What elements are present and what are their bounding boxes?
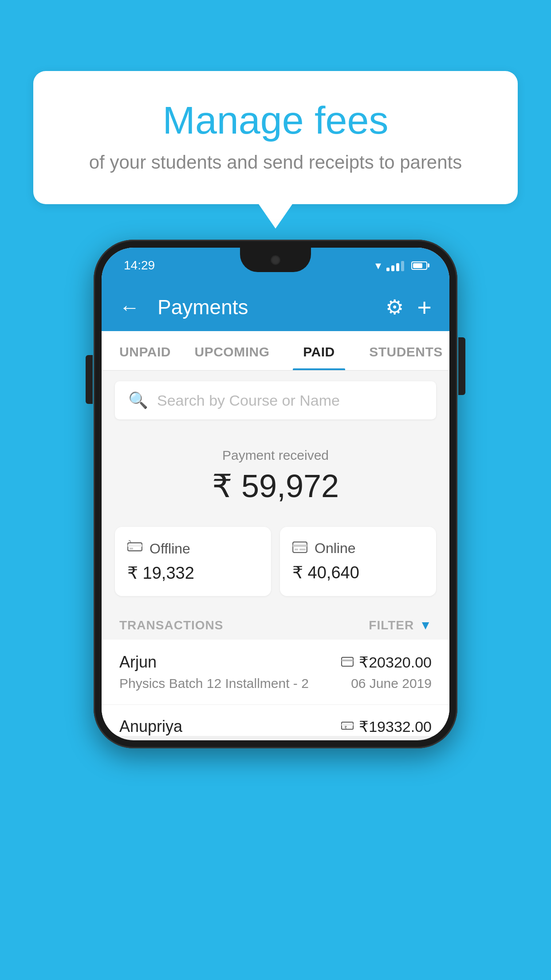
- offline-label: Offline: [150, 541, 190, 557]
- svg-rect-6: [295, 549, 298, 550]
- svg-rect-1: [128, 545, 142, 547]
- txn-card-icon-arjun: [341, 655, 354, 670]
- status-bar: 14:29 ▾: [102, 248, 449, 283]
- txn-course-arjun: Physics Batch 12 Installment - 2: [119, 676, 309, 691]
- svg-rect-9: [342, 660, 353, 661]
- svg-text:₹: ₹: [344, 725, 347, 730]
- offline-payment-card: ₹ Offline ₹ 19,332: [115, 527, 271, 596]
- search-icon: 🔍: [128, 391, 148, 410]
- wifi-icon: ▾: [375, 259, 381, 273]
- svg-rect-2: [130, 548, 133, 549]
- notch: [240, 248, 311, 272]
- offline-icon: ₹: [127, 540, 142, 557]
- txn-amount-arjun-container: ₹20320.00: [341, 653, 432, 671]
- search-box[interactable]: 🔍 Search by Course or Name: [115, 381, 436, 419]
- tab-unpaid[interactable]: UNPAID: [102, 331, 189, 370]
- svg-rect-7: [299, 549, 306, 550]
- transactions-label: TRANSACTIONS: [119, 618, 223, 632]
- txn-name-anupriya: Anupriya: [119, 717, 182, 736]
- phone-outer: 14:29 ▾: [94, 240, 457, 748]
- svg-rect-4: [293, 542, 307, 553]
- signal-bar-2: [391, 265, 394, 271]
- status-time: 14:29: [124, 258, 155, 273]
- filter-icon: ▼: [419, 618, 432, 632]
- transaction-anupriya[interactable]: Anupriya ₹ ₹19332.00: [102, 705, 449, 736]
- app-toolbar: ← Payments ⚙ +: [102, 283, 449, 331]
- txn-date-arjun: 06 June 2019: [351, 676, 432, 691]
- tab-paid[interactable]: PAID: [276, 331, 362, 370]
- signal-bar-1: [386, 268, 390, 271]
- txn-amount-anupriya-container: ₹ ₹19332.00: [341, 718, 432, 735]
- signal-bar-4: [401, 261, 404, 271]
- svg-rect-11: [342, 724, 353, 726]
- signal-bar-3: [396, 263, 399, 271]
- tabs-bar: UNPAID UPCOMING PAID STUDENTS: [102, 331, 449, 371]
- toolbar-title: Payments: [157, 295, 372, 319]
- payment-received-section: Payment received ₹ 59,972: [102, 430, 449, 518]
- txn-amount-anupriya: ₹19332.00: [359, 718, 432, 735]
- filter-label: FILTER: [369, 618, 414, 632]
- settings-button[interactable]: ⚙: [386, 295, 404, 319]
- online-amount: ₹ 40,640: [292, 563, 424, 582]
- payment-received-amount: ₹ 59,972: [115, 467, 436, 505]
- status-icons: ▾: [375, 259, 427, 273]
- tab-upcoming[interactable]: UPCOMING: [189, 331, 276, 370]
- back-button[interactable]: ←: [119, 295, 140, 319]
- camera-dot: [271, 255, 280, 265]
- add-button[interactable]: +: [417, 293, 432, 322]
- signal-bars: [386, 260, 404, 271]
- txn-cash-icon-anupriya: ₹: [341, 719, 354, 734]
- online-label: Online: [315, 540, 356, 557]
- speech-bubble-container: Manage fees of your students and send re…: [33, 71, 518, 204]
- online-payment-card: Online ₹ 40,640: [280, 527, 436, 596]
- svg-text:₹: ₹: [128, 540, 132, 544]
- phone-screen: 14:29 ▾: [102, 248, 449, 740]
- filter-button[interactable]: FILTER ▼: [369, 618, 432, 632]
- search-container: 🔍 Search by Course or Name: [102, 371, 449, 430]
- bubble-title: Manage fees: [69, 98, 482, 143]
- battery-fill: [413, 263, 422, 268]
- txn-name-arjun: Arjun: [119, 653, 157, 672]
- speech-bubble: Manage fees of your students and send re…: [33, 71, 518, 204]
- search-input[interactable]: Search by Course or Name: [157, 392, 340, 409]
- transactions-header: TRANSACTIONS FILTER ▼: [102, 609, 449, 640]
- payment-cards-container: ₹ Offline ₹ 19,332: [102, 518, 449, 609]
- txn-amount-arjun: ₹20320.00: [359, 653, 432, 671]
- tab-students[interactable]: STUDENTS: [362, 331, 449, 370]
- bubble-subtitle: of your students and send receipts to pa…: [69, 152, 482, 173]
- phone-frame: 14:29 ▾: [94, 240, 457, 748]
- svg-rect-5: [293, 545, 307, 547]
- offline-amount: ₹ 19,332: [127, 563, 259, 583]
- svg-rect-8: [342, 657, 353, 666]
- payment-received-label: Payment received: [115, 448, 436, 463]
- online-icon: [292, 540, 307, 557]
- transaction-arjun[interactable]: Arjun ₹20320.00 Physics Batch 12 Install…: [102, 640, 449, 705]
- battery-icon: [411, 261, 427, 270]
